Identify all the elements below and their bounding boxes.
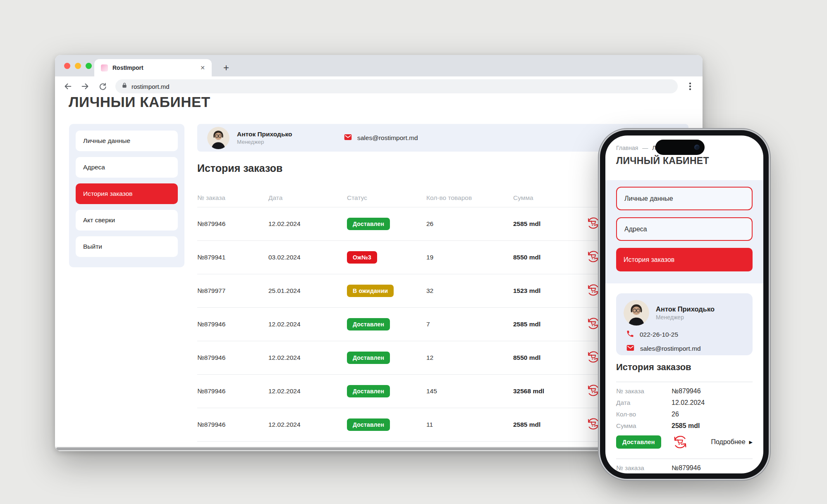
manager-email: sales@rostimport.md (640, 345, 701, 352)
order-date: 12.02.2024 (268, 220, 347, 228)
order-sum: 2585 mdl (513, 220, 586, 228)
order-date: 12.02.2024 (268, 388, 347, 395)
breadcrumb-home[interactable]: Главная (616, 145, 638, 151)
status-badge: Доставлен (347, 385, 390, 397)
sidebar-item-personal-data[interactable]: Личные данные (76, 131, 178, 151)
reload-icon[interactable] (98, 82, 107, 91)
favicon-icon (101, 64, 108, 71)
mobile-profile-card: Анток Приходько Менеджер 022-26-10-25 sa… (616, 293, 753, 355)
window-controls (64, 55, 92, 76)
table-row: №879941 03.02.2024 Ож№3 19 8550 mdl (197, 240, 611, 274)
mobile-menu-panel: Личные данные Адреса История заказов (605, 180, 763, 283)
manager-email: sales@rostimport.md (357, 134, 418, 142)
table-row: №879946 12.02.2024 Доставлен 145 32568 m… (197, 374, 611, 408)
mobile-orders-heading: История заказов (616, 362, 691, 373)
phone-mockup: Главная—Личный кабинет ЛИЧНЫЙ КАБИНЕТ Ли… (600, 130, 769, 479)
order-qty: 12 (426, 354, 513, 361)
desktop-background: RostImport ✕ + rostimport.md (0, 0, 827, 504)
status-badge: Доставлен (616, 435, 661, 449)
mobile-order-card: № заказа№879946 Дата12.02.2024 Кол-во26 … (616, 388, 753, 430)
mail-icon (626, 344, 635, 354)
field-label: Сумма (616, 422, 672, 430)
back-icon[interactable] (63, 82, 72, 91)
orders-heading: История заказов (197, 162, 282, 174)
order-date: 12.02.2024 (268, 421, 347, 428)
field-label: № заказа (616, 388, 672, 395)
order-sum: 32568 mdl (513, 388, 586, 395)
order-sum: 1523 mdl (513, 287, 586, 295)
manager-phone-link[interactable]: 022-26-10-25 (626, 330, 745, 340)
order-sum: 8550 mdl (513, 254, 586, 261)
field-value: 2585 mdl (672, 422, 700, 430)
kebab-menu-icon[interactable] (686, 82, 694, 91)
order-date: 03.02.2024 (268, 254, 347, 261)
new-tab-button[interactable]: + (219, 59, 233, 76)
col-status: Статус (347, 194, 426, 202)
col-quantity: Кол-во товаров (426, 194, 513, 202)
browser-tab[interactable]: RostImport ✕ (94, 59, 212, 76)
table-row: №879946 12.02.2024 Доставлен 26 2585 mdl (197, 207, 611, 240)
manager-email-link[interactable]: sales@rostimport.md (626, 344, 745, 354)
manager-phone: 022-26-10-25 (640, 331, 678, 338)
sidebar-item-order-history[interactable]: История заказов (76, 183, 178, 204)
col-order-number: № заказа (197, 194, 268, 202)
phone-icon (626, 330, 634, 340)
details-link[interactable]: Подробнее ▶ (711, 438, 753, 446)
forward-icon[interactable] (81, 82, 90, 91)
page-title: ЛИЧНЫЙ КАБИНЕТ (69, 96, 210, 110)
status-badge: Доставлен (347, 418, 390, 431)
mobile-order-card: № заказа№879946 Дата12.02.2024 (616, 464, 753, 473)
table-row: №879946 12.02.2024 Доставлен 11 2585 mdl (197, 408, 611, 441)
status-badge: В ожидании (347, 285, 394, 297)
order-qty: 19 (426, 254, 513, 261)
status-badge: Доставлен (347, 352, 390, 364)
table-row: №879977 25.01.2024 В ожидании 32 1523 md… (197, 274, 611, 307)
status-badge: Доставлен (347, 218, 390, 230)
order-number: №879946 (197, 321, 268, 328)
order-number: №879946 (197, 354, 268, 361)
mobile-menu-personal-data[interactable]: Личные данные (616, 187, 753, 210)
url-text: rostimport.md (131, 83, 170, 90)
field-label: № заказа (616, 464, 672, 472)
manager-email-link[interactable]: sales@rostimport.md (344, 133, 418, 143)
order-qty: 32 (426, 287, 513, 295)
url-bar[interactable]: rostimport.md (115, 79, 678, 93)
chevron-right-icon: ▶ (749, 440, 753, 445)
mobile-menu-order-history[interactable]: История заказов (616, 248, 753, 271)
field-value: 12.02.2024 (672, 399, 705, 407)
order-number: №879941 (197, 254, 268, 261)
camera-icon (694, 145, 700, 150)
sidebar-item-addresses[interactable]: Адреса (76, 157, 178, 178)
sidebar-item-reconciliation[interactable]: Акт сверки (76, 210, 178, 231)
order-number: №879946 (197, 388, 268, 395)
tab-close-icon[interactable]: ✕ (200, 64, 205, 71)
repeat-order-icon[interactable] (672, 434, 688, 450)
manager-role: Менеджер (656, 314, 739, 321)
browser-toolbar: rostimport.md (55, 76, 703, 96)
order-date: 25.01.2024 (268, 287, 347, 295)
order-qty: 26 (426, 220, 513, 228)
field-value: 26 (672, 411, 679, 418)
manager-name: Анток Приходько (656, 305, 739, 313)
table-row: №879946 12.02.2024 Доставлен 7 2585 mdl (197, 307, 611, 341)
col-date: Дата (268, 194, 347, 202)
status-badge: Ож№3 (347, 251, 377, 264)
order-qty: 145 (426, 388, 513, 395)
window-zoom-button[interactable] (86, 63, 92, 69)
status-badge: Доставлен (347, 318, 390, 330)
sidebar-item-logout[interactable]: Выйти (76, 236, 178, 257)
mobile-menu-addresses[interactable]: Адреса (616, 217, 753, 241)
order-number: №879946 (197, 421, 268, 428)
sidebar: Личные данные Адреса История заказов Акт… (69, 124, 184, 267)
col-sum: Сумма (513, 194, 586, 202)
divider (616, 459, 753, 459)
mail-icon (344, 133, 352, 143)
manager-name: Анток Приходько (237, 131, 320, 138)
window-close-button[interactable] (64, 63, 70, 69)
field-value: №879946 (672, 388, 701, 395)
window-minimize-button[interactable] (75, 63, 81, 69)
manager-role: Менеджер (237, 139, 320, 145)
tab-title: RostImport (112, 64, 196, 71)
mobile-page-title: ЛИЧНЫЙ КАБИНЕТ (616, 155, 709, 166)
order-number: №879946 (197, 220, 268, 228)
